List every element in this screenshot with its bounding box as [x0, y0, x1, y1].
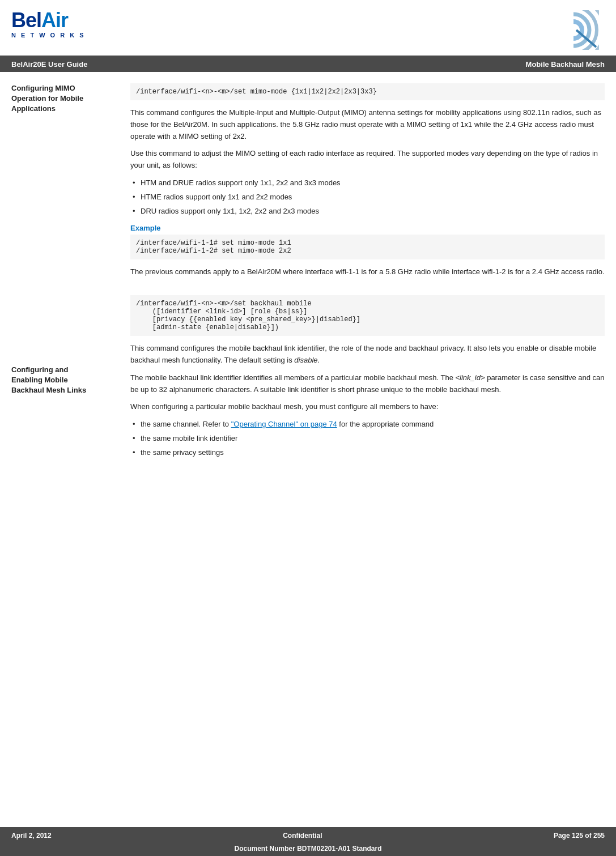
logo-air: Air — [41, 8, 68, 32]
backhaul-para-2: The mobile backhaul link identifier iden… — [130, 372, 605, 396]
footer-doc-number: Document Number BDTM02201-A01 Standard — [0, 843, 616, 856]
bullet-item: DRU radios support only 1x1, 1x2, 2x2 an… — [130, 206, 605, 218]
footer-date: April 2, 2012 — [11, 832, 52, 840]
mimo-para-3: The previous commands apply to a BelAir2… — [130, 266, 605, 278]
page: BelAir N E T W O R K S — [0, 0, 616, 856]
bullet-item: HTME radios support only 1x1 and 2x2 mod… — [130, 191, 605, 203]
nav-bar: BelAir20E User Guide Mobile Backhaul Mes… — [0, 57, 616, 72]
footer: April 2, 2012 Confidential Page 125 of 2… — [0, 827, 616, 843]
italic-word: disable — [294, 356, 317, 364]
svg-point-1 — [565, 22, 582, 39]
mimo-para-1: This command configures the Multiple-Inp… — [130, 107, 605, 142]
footer-page: Page 125 of 255 — [554, 832, 605, 840]
section-mimo: /interface/wifi-<n>-<m>/set mimo-mode {1… — [130, 83, 605, 278]
logo-area: BelAir N E T W O R K S — [11, 10, 86, 39]
backhaul-code-1: /interface/wifi-<n>-<m>/set backhaul mob… — [130, 295, 605, 336]
param-link-id: <link_id> — [456, 373, 485, 382]
logo-networks: N E T W O R K S — [11, 32, 86, 39]
operating-channel-link[interactable]: "Operating Channel" on page 74 — [231, 420, 337, 428]
footer-wrapper: April 2, 2012 Confidential Page 125 of 2… — [0, 827, 616, 856]
nav-right: Mobile Backhaul Mesh — [526, 60, 605, 69]
logo-text: BelAir — [11, 10, 86, 31]
nav-left: BelAir20E User Guide — [11, 60, 87, 69]
section-heading-backhaul: Configuring and Enabling Mobile Backhaul… — [11, 365, 119, 396]
backhaul-bullet-list: the same channel. Refer to "Operating Ch… — [130, 419, 605, 458]
backhaul-para-1: This command configures the mobile backh… — [130, 343, 605, 367]
bullet-item: the same channel. Refer to "Operating Ch… — [130, 419, 605, 431]
bullet-item: the same mobile link identifier — [130, 433, 605, 445]
svg-point-2 — [558, 14, 589, 46]
main-content: Configuring MIMO Operation for Mobile Ap… — [0, 72, 616, 827]
section-heading-mimo: Configuring MIMO Operation for Mobile Ap… — [11, 83, 119, 114]
section-backhaul: /interface/wifi-<n>-<m>/set backhaul mob… — [130, 295, 605, 458]
spacer-1 — [11, 121, 119, 365]
example-label: Example — [130, 224, 605, 232]
bullet-item: the same privacy settings — [130, 447, 605, 459]
backhaul-para-3: When configuring a particular mobile bac… — [130, 401, 605, 413]
footer-confidential: Confidential — [52, 832, 554, 840]
right-col: /interface/wifi-<n>-<m>/set mimo-mode {1… — [130, 83, 605, 821]
mimo-example-code: /interface/wifi-1-1# set mimo-mode 1x1 /… — [130, 235, 605, 259]
top-header: BelAir N E T W O R K S — [0, 0, 616, 57]
left-col: Configuring MIMO Operation for Mobile Ap… — [11, 83, 130, 821]
logo-bel: Bel — [11, 8, 41, 32]
mimo-para-2: Use this command to adjust the MIMO sett… — [130, 148, 605, 172]
brand-icon — [548, 10, 599, 50]
mimo-bullet-list: HTM and DRUE radios support only 1x1, 2x… — [130, 177, 605, 217]
bullet-item: HTM and DRUE radios support only 1x1, 2x… — [130, 177, 605, 189]
mimo-code-1: /interface/wifi-<n>-<m>/set mimo-mode {1… — [130, 83, 605, 100]
